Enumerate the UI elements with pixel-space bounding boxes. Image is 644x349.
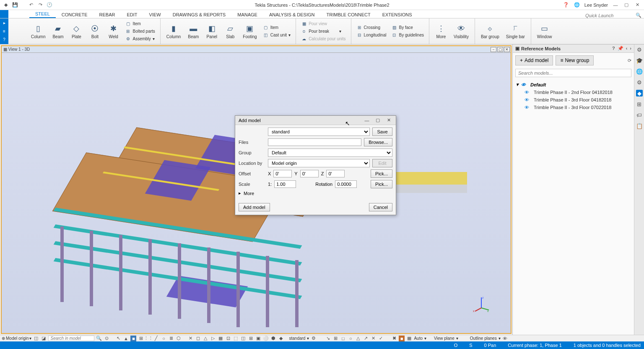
panel-help-icon[interactable]: ? — [612, 46, 615, 51]
tab-steel[interactable]: STEEL — [29, 10, 56, 18]
footing-button[interactable]: ▣Footing — [239, 23, 260, 40]
browse-button[interactable]: Browse... — [364, 138, 392, 146]
standard-select[interactable]: standard — [289, 336, 305, 341]
origin-label[interactable]: Model origin — [6, 336, 29, 341]
panel-pin-icon[interactable]: 📌 — [618, 46, 623, 51]
pick-rotation-button[interactable]: Pick... — [371, 180, 392, 188]
panel-prev-icon[interactable]: ‹ — [626, 46, 628, 51]
save-preset-button[interactable]: Save — [372, 128, 392, 136]
offset-y-input[interactable] — [300, 170, 319, 177]
crossing-button[interactable]: ⊞Crossing — [356, 24, 387, 31]
byface-button[interactable]: ▨By face — [390, 24, 424, 31]
panel-button[interactable]: ◧Panel — [203, 23, 221, 40]
history-icon[interactable]: 🕐 — [46, 2, 53, 8]
n2-icon[interactable]: ■ — [399, 336, 405, 341]
hex-icon[interactable]: ⬡ — [176, 336, 182, 341]
new-group-button[interactable]: ≡New group — [556, 55, 594, 65]
t10-icon[interactable]: ▣ — [255, 336, 261, 341]
panel-next-icon[interactable]: › — [630, 46, 631, 51]
t8-icon[interactable]: ◫ — [240, 336, 246, 341]
t11-icon[interactable]: ⚪ — [263, 336, 269, 341]
cancel-button[interactable]: Cancel — [369, 203, 392, 211]
rail-globe-icon[interactable]: 🌐 — [636, 68, 643, 75]
singlebar-button[interactable]: ⟌Single bar — [503, 23, 528, 40]
column-button[interactable]: ▯Column — [28, 23, 49, 40]
tab-concrete[interactable]: CONCRETE — [56, 11, 93, 18]
tab-drawings[interactable]: DRAWINGS & REPORTS — [167, 11, 232, 18]
pourbreak-button[interactable]: ⎊Pour break▾ — [300, 28, 346, 35]
item-button[interactable]: ▢Item — [124, 21, 156, 27]
dialog-max-icon[interactable]: ▢ — [374, 117, 382, 124]
dialog-min-icon[interactable]: ― — [363, 117, 371, 124]
n3-icon[interactable]: ▦ — [406, 336, 412, 341]
rail-settings-icon[interactable]: ⚙ — [636, 79, 643, 86]
m5-icon[interactable]: △ — [355, 336, 361, 341]
eye2-icon[interactable]: 👁 — [502, 336, 508, 341]
add-model-button[interactable]: +Add model — [515, 55, 553, 65]
offset-x-input[interactable] — [273, 170, 292, 177]
search-icon[interactable]: 🔍 — [636, 13, 641, 18]
search-btn-icon[interactable]: 🔍 — [96, 336, 102, 341]
list2-icon[interactable]: ≣ — [168, 336, 174, 341]
axis-gizmo[interactable]: z y x — [473, 295, 490, 312]
undo-icon[interactable]: ↶ — [28, 2, 34, 8]
assembly-button[interactable]: ⚙Assembly▾ — [124, 36, 156, 42]
dialog-titlebar[interactable]: Add model ― ▢ ✕ — [235, 116, 396, 125]
m6-icon[interactable]: ↗ — [363, 336, 369, 341]
beam-button[interactable]: ▰Beam — [49, 23, 67, 40]
line-icon[interactable]: ╱ — [153, 336, 159, 341]
grid-icon[interactable]: ⊞ — [138, 336, 144, 341]
scale-input[interactable] — [274, 180, 296, 188]
cursor-icon[interactable]: ↖ — [115, 336, 121, 341]
m7-icon[interactable]: ✕ — [370, 336, 376, 341]
view-close-icon[interactable]: ✕ — [504, 47, 510, 52]
maximize-icon[interactable]: ▢ — [623, 2, 630, 8]
file-menu[interactable] — [0, 10, 8, 18]
save-icon[interactable]: 💾 — [12, 2, 18, 8]
more-button[interactable]: ⋮More — [432, 23, 450, 40]
refresh-icon[interactable]: ⟳ — [628, 58, 631, 63]
auto-dd-icon[interactable]: ▾ — [424, 336, 426, 341]
redo-icon[interactable]: ↷ — [37, 2, 44, 8]
rail-refmodels-icon[interactable]: ◆ — [636, 90, 643, 96]
t12-icon[interactable]: ⬢ — [270, 336, 276, 341]
bolt-button[interactable]: ⦿Bolt — [86, 23, 104, 40]
gear2-icon[interactable]: ⚙ — [311, 336, 317, 341]
location-select[interactable]: Model origin — [268, 159, 370, 167]
rotation-input[interactable] — [335, 180, 357, 188]
n1-icon[interactable]: ✖ — [391, 336, 397, 341]
beam2-button[interactable]: ▬Beam — [184, 23, 203, 40]
close-icon[interactable]: ✕ — [634, 2, 641, 8]
t13-icon[interactable]: ◆ — [278, 336, 284, 341]
add-model-confirm-button[interactable]: Add model — [239, 203, 270, 211]
side-handle[interactable]: ▸ ≡ ? — [0, 18, 8, 44]
rail-tag-icon[interactable]: 🏷 — [636, 112, 643, 118]
tab-edit[interactable]: EDIT — [121, 11, 143, 18]
dots-icon[interactable]: ⋮⋮ — [145, 336, 151, 341]
rail-cap-icon[interactable]: 🎓 — [636, 57, 643, 64]
dialog-close-icon[interactable]: ✕ — [385, 117, 392, 124]
rail-clip-icon[interactable]: 📋 — [636, 122, 643, 129]
item2-button[interactable]: ▢Item — [262, 24, 291, 31]
eye-icon[interactable]: 👁 — [525, 97, 531, 102]
eye-icon[interactable]: 👁 — [521, 82, 528, 87]
std-dd-icon[interactable]: ▾ — [307, 336, 309, 341]
t3-icon[interactable]: △ — [203, 336, 208, 341]
t4-icon[interactable]: ▷ — [210, 336, 216, 341]
sq-icon[interactable]: ■ — [130, 336, 136, 341]
view-max-icon[interactable]: ▢ — [497, 47, 503, 52]
snap2-icon[interactable]: ◪ — [41, 336, 47, 341]
tree-item[interactable]: 👁 Trimble Phase II - 2nd Floor 04182018 — [515, 89, 631, 96]
weld-button[interactable]: ✱Weld — [104, 23, 122, 40]
rail-grid-icon[interactable]: ⊞ — [636, 101, 643, 107]
castunit-button[interactable]: ◫Cast unit▾ — [262, 32, 291, 39]
tri-icon[interactable]: ▲ — [123, 336, 129, 341]
tree-group-default[interactable]: ▾ 👁 Default — [515, 81, 631, 89]
m3-icon[interactable]: □ — [340, 336, 346, 341]
t7-icon[interactable]: ⬚ — [233, 336, 239, 341]
outline-select[interactable]: Outline planes — [470, 336, 497, 341]
t9-icon[interactable]: ⊞ — [248, 336, 254, 341]
slab-button[interactable]: ▱Slab — [221, 23, 239, 40]
search-in-model-input[interactable] — [48, 336, 94, 341]
search-models-input[interactable] — [515, 69, 631, 77]
